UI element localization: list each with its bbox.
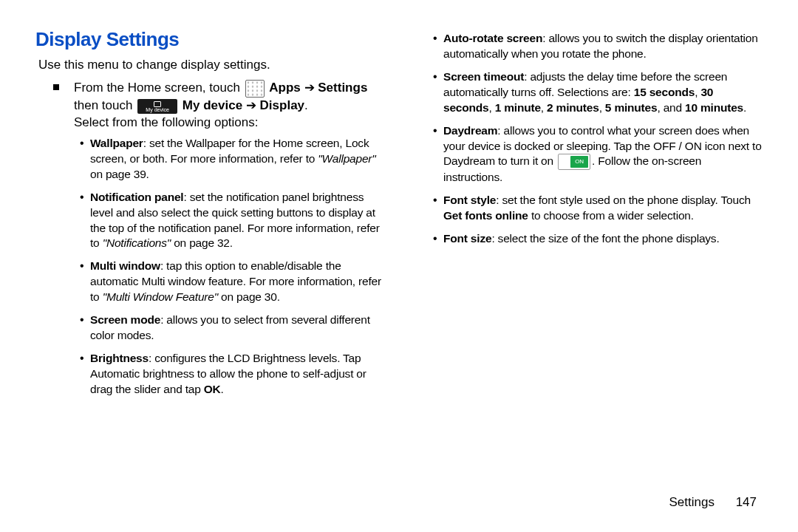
list-item: Daydream: allows you to control what you… <box>433 123 763 186</box>
list-item: Font style: set the font style used on t… <box>433 193 763 224</box>
option-term: Daydream <box>443 124 497 137</box>
nav-text-3: Select from the following options: <box>74 115 258 129</box>
option-term: Screen mode <box>90 313 160 326</box>
option-term: Brightness <box>90 352 149 364</box>
arrow-icon: ➔ <box>301 81 318 95</box>
apps-grid-icon <box>245 80 265 98</box>
my-device-tab-icon: My device <box>137 99 177 114</box>
cross-reference: "Multi Window Feature" <box>103 290 218 303</box>
display-label: Display <box>260 98 304 112</box>
square-bullet-icon <box>53 84 59 90</box>
left-options-list: Wallpaper: set the Wallpaper for the Hom… <box>35 136 383 398</box>
manual-page: Display Settings Use this menu to change… <box>0 0 798 532</box>
list-item: Brightness: configures the LCD Brightnes… <box>80 351 383 398</box>
option-term: Wallpaper <box>90 137 143 149</box>
nav-text-2: then touch <box>74 98 136 112</box>
ok-label: OK <box>204 383 221 395</box>
cross-reference: "Notifications" <box>103 236 171 249</box>
option-term: Multi window <box>90 259 160 272</box>
get-fonts-label: Get fonts online <box>443 209 528 222</box>
right-column: Auto-rotate screen: allows you to switch… <box>399 27 763 511</box>
left-column: Display Settings Use this menu to change… <box>35 27 399 511</box>
page-title: Display Settings <box>35 27 383 52</box>
list-item: Screen mode: allows you to select from s… <box>80 313 383 344</box>
page-footer: Settings 147 <box>669 494 757 511</box>
list-item: Multi window: tap this option to enable/… <box>80 259 383 305</box>
footer-section: Settings <box>669 495 714 509</box>
on-off-toggle-icon <box>558 154 590 170</box>
option-term: Font style <box>443 194 496 206</box>
list-item: Screen timeout: adjusts the delay time b… <box>433 69 763 116</box>
list-item: Wallpaper: set the Wallpaper for the Hom… <box>80 136 383 183</box>
navigation-instructions: From the Home screen, touch Apps ➔ Setti… <box>38 80 383 132</box>
page-number: 147 <box>736 495 757 509</box>
cross-reference: "Wallpaper" <box>318 152 375 165</box>
intro-text: Use this menu to change display settings… <box>38 57 383 74</box>
option-term: Font size <box>443 232 491 245</box>
option-term: Screen timeout <box>443 70 524 83</box>
list-item: Font size: select the size of the font t… <box>433 231 763 247</box>
my-device-label: My device <box>183 98 242 112</box>
list-item: Auto-rotate screen: allows you to switch… <box>433 31 763 62</box>
option-term: Auto-rotate screen <box>443 32 542 44</box>
settings-label: Settings <box>318 81 367 95</box>
right-options-list: Auto-rotate screen: allows you to switch… <box>415 31 763 247</box>
option-term: Notification panel <box>90 191 183 203</box>
arrow-icon: ➔ <box>242 98 259 112</box>
list-item: Notification panel: set the notification… <box>80 190 383 252</box>
nav-text: From the Home screen, touch <box>74 81 244 95</box>
apps-label: Apps <box>269 81 301 95</box>
